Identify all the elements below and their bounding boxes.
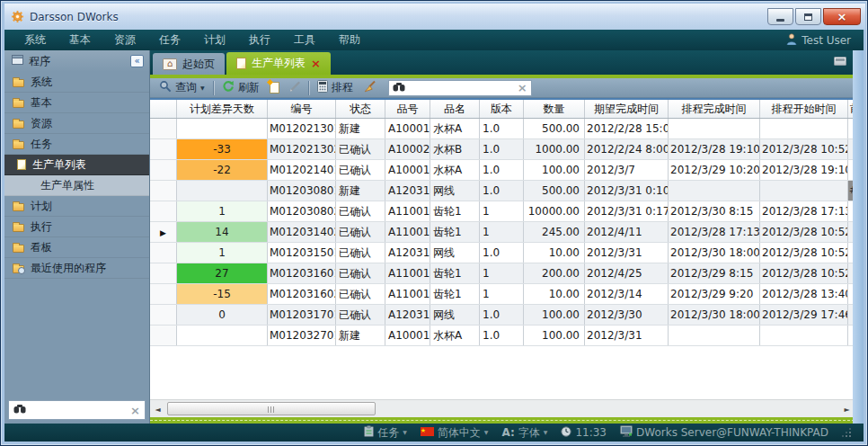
cell-status: 已确认	[336, 160, 385, 180]
table-row[interactable]: -22 M012021401 已确认 A10001 水杯A 1.0 100.00…	[150, 160, 855, 181]
column-header[interactable]: 排程完成时间	[669, 100, 760, 118]
table-row[interactable]: 1 M012030802 已确认 A11001 齿轮1 1 10000.00 2…	[150, 201, 855, 222]
table-row[interactable]: -33 M012021302 已确认 A10002 水杯B 1.0 1000.0…	[150, 139, 855, 160]
new-order-button[interactable]	[268, 82, 281, 94]
menu-item[interactable]: 基本	[58, 32, 102, 48]
clear-search-icon[interactable]	[130, 405, 140, 416]
clear-filter-icon[interactable]	[518, 82, 527, 94]
user-indicator[interactable]: Test User	[786, 33, 864, 48]
refresh-button[interactable]: 刷新	[219, 80, 262, 95]
font-menu[interactable]: A: 字体	[501, 425, 547, 441]
sidebar-item[interactable]: 执行	[4, 217, 149, 237]
sidebar-item[interactable]: 看板	[4, 237, 149, 258]
cell-status: 已确认	[336, 201, 385, 221]
table-row[interactable]: -15 M012031602 已确认 A11001 齿轮1 1 10.00 20…	[150, 284, 855, 305]
table-row[interactable]: M012021301 新建 A10001 水杯A 1.0 500.00 2012…	[150, 119, 855, 139]
cell-sched-start: 2012/3/28 10:52	[760, 139, 848, 159]
column-header[interactable]: 版本	[480, 100, 524, 118]
table-row[interactable]: 27 M012031601 已确认 A11001 齿轮1 1 200.00 20…	[150, 263, 855, 284]
refresh-label: 刷新	[238, 80, 260, 95]
cell-sched-end: 2012/3/30 18:00	[669, 305, 760, 325]
menu-item[interactable]: 系统	[13, 32, 58, 48]
sidebar-item[interactable]: 最近使用的程序	[4, 258, 149, 279]
scrollbar-thumb[interactable]	[167, 402, 376, 415]
programs-window-icon	[12, 55, 23, 67]
clock-status: 11:33	[561, 426, 607, 440]
table-row[interactable]: M012032701 新建 A10001 水杯A 1.0 100.00 2012…	[150, 326, 855, 346]
table-row[interactable]: 1 M012031501 已确认 A12031 网线 1.0 10.00 201…	[150, 243, 855, 263]
tab-close-icon[interactable]	[311, 58, 321, 70]
cell-status: 已确认	[336, 263, 385, 283]
pencil-icon	[288, 80, 301, 95]
maximize-icon	[804, 13, 812, 21]
tab[interactable]: 起始页	[153, 53, 225, 75]
cell-version: 1.0	[480, 119, 524, 138]
column-header[interactable]: 状态	[336, 100, 385, 118]
sidebar-item[interactable]: 计划	[4, 196, 149, 217]
column-header[interactable]: 期望完成时间	[585, 100, 669, 118]
sidebar-search-input[interactable]	[31, 403, 126, 417]
scroll-left-icon[interactable]	[151, 401, 164, 417]
column-header[interactable]: 品号	[385, 100, 430, 118]
sidebar-item-label: 最近使用的程序	[31, 261, 106, 276]
sidebar-item[interactable]: 资源	[4, 113, 149, 134]
cell-part-name: 水杯B	[430, 139, 480, 159]
row-indicator	[150, 139, 177, 159]
scroll-right-icon[interactable]	[840, 401, 854, 417]
menu-item[interactable]: 执行	[237, 32, 282, 48]
language-menu[interactable]: 简体中文	[421, 425, 489, 441]
sidebar-item[interactable]: 基本	[4, 93, 149, 113]
menu-item[interactable]: 工具	[282, 32, 327, 48]
tab[interactable]: 生产单列表	[226, 52, 331, 75]
cell-order-no: M012031602	[268, 284, 336, 304]
schedule-button[interactable]: 排程	[314, 80, 356, 95]
cell-sched-end	[669, 181, 760, 201]
horizontal-scrollbar[interactable]	[150, 399, 855, 417]
cell-due-time: 2012/4/11	[585, 222, 669, 242]
column-header[interactable]	[150, 100, 177, 118]
table-row[interactable]: M012030801 新建 A12031 网线 1.0 500.00 2012/…	[150, 181, 855, 201]
calculator-icon	[317, 80, 328, 95]
column-header[interactable]: 编号	[268, 100, 336, 118]
table-row[interactable]: 14 M012031402 已确认 A11001 齿轮1 1 245.00 20…	[150, 222, 855, 243]
clean-button[interactable]	[361, 80, 378, 95]
sidebar-item[interactable]: 系统	[4, 72, 149, 93]
sidebar-item[interactable]: 任务	[4, 134, 149, 155]
sidebar-search	[8, 400, 146, 420]
titlebar[interactable]: Darsson DWorks ×	[4, 4, 865, 30]
menu-item[interactable]: 资源	[102, 32, 147, 48]
table-row[interactable]: 0 M012031701 已确认 A12031 网线 1.0 100.00 20…	[150, 305, 855, 326]
filter-input[interactable]	[409, 81, 514, 95]
cell-plan-diff-days: -33	[177, 139, 268, 159]
sidebar-title: 程序	[29, 54, 50, 69]
edit-button[interactable]	[287, 80, 303, 95]
cell-quantity: 10.00	[524, 243, 585, 263]
item-icon	[13, 224, 24, 232]
cell-plan-diff-days	[177, 181, 268, 201]
cell-part-name: 水杯A	[430, 160, 480, 180]
query-button[interactable]: 查询	[156, 80, 208, 95]
pin-window-icon[interactable]	[834, 57, 846, 66]
close-button[interactable]: ×	[823, 8, 861, 25]
cell-quantity: 100.00	[524, 305, 585, 325]
cell-version: 1	[480, 201, 524, 221]
maximize-button[interactable]	[795, 8, 821, 25]
resize-grip[interactable]	[842, 428, 851, 437]
menu-item[interactable]: 任务	[147, 32, 192, 48]
cell-part-no: A12031	[385, 181, 430, 201]
sidebar-collapse-button[interactable]	[130, 55, 144, 67]
menu-item[interactable]: 帮助	[327, 32, 372, 48]
column-header[interactable]: 品名	[430, 100, 480, 118]
row-indicator	[150, 263, 177, 283]
menu-item[interactable]: 计划	[192, 32, 237, 48]
sidebar-item[interactable]: 生产单属性	[4, 175, 149, 196]
column-header[interactable]: 排程开始时间	[760, 100, 848, 118]
column-header[interactable]: 计划差异天数	[177, 100, 268, 118]
cell-order-no: M012031701	[268, 305, 336, 325]
minimize-button[interactable]	[767, 8, 793, 25]
sidebar-item[interactable]: 生产单列表	[4, 155, 149, 175]
column-header[interactable]: 数量	[524, 100, 585, 118]
accent-strip	[150, 417, 855, 424]
task-menu[interactable]: 任务	[364, 425, 407, 441]
cell-part-name: 网线	[430, 305, 480, 325]
